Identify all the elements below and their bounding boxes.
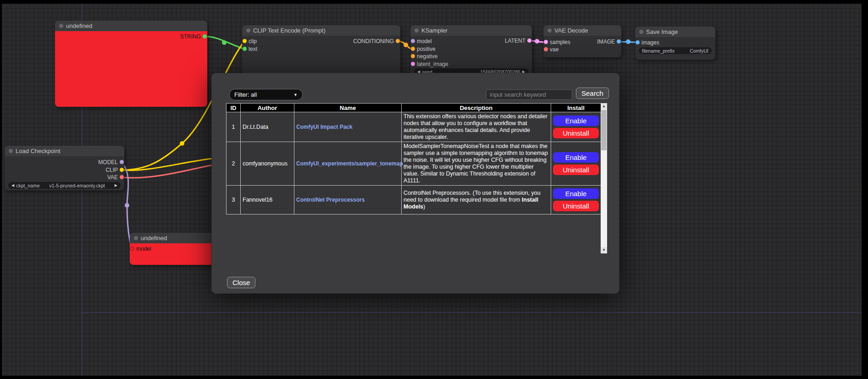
- scroll-up-icon[interactable]: ▲: [601, 103, 607, 110]
- widget-label: ckpt_name: [16, 183, 39, 188]
- filter-select[interactable]: Filter: all ▼: [229, 89, 303, 100]
- enable-button[interactable]: Enable: [553, 188, 599, 199]
- input-slot-text[interactable]: text: [242, 45, 400, 53]
- node-load-checkpoint[interactable]: Load Checkpoint MODEL CLIP VAE ◀ ckpt_na…: [5, 146, 124, 190]
- canvas-axis-horizontal: [82, 312, 862, 313]
- output-slot-image[interactable]: IMAGE: [543, 38, 621, 45]
- cell-id: 1: [227, 112, 241, 142]
- header-description: Description: [402, 104, 551, 112]
- collapse-dot-icon[interactable]: [9, 149, 13, 153]
- slot-label: images: [641, 39, 659, 46]
- widget-next-icon[interactable]: ▶: [115, 182, 117, 189]
- node-title-bar[interactable]: CLIP Text Encode (Prompt): [242, 25, 400, 36]
- negative-input-dot-icon[interactable]: [411, 54, 415, 58]
- extensions-table: ID Author Name Description Install 1 Dr.…: [226, 103, 601, 214]
- input-slot-vae[interactable]: vae: [543, 46, 621, 53]
- search-button[interactable]: Search: [576, 88, 609, 99]
- cell-author: Fannovel16: [241, 186, 294, 214]
- scrollbar-thumb[interactable]: [601, 110, 607, 150]
- slot-label: latent_image: [417, 61, 448, 67]
- input-slot-latent-image[interactable]: latent_image: [410, 60, 532, 68]
- slot-label: MODEL: [98, 159, 118, 165]
- input-slot-positive[interactable]: positive: [410, 45, 532, 53]
- node-title-bar[interactable]: KSampler: [410, 25, 532, 36]
- uninstall-button[interactable]: Uninstall: [553, 201, 599, 211]
- ckpt-name-widget[interactable]: ◀ ckpt_name v1-5-pruned-emaonly.ckpt ▶: [8, 182, 121, 189]
- close-button[interactable]: Close: [227, 277, 255, 288]
- collapse-dot-icon[interactable]: [639, 30, 643, 34]
- node-title-bar[interactable]: Save Image: [635, 27, 715, 37]
- enable-button[interactable]: Enable: [553, 115, 599, 126]
- header-id: ID: [227, 104, 241, 112]
- node-title-bar[interactable]: undefined: [55, 21, 207, 31]
- output-slot-clip[interactable]: CLIP: [5, 166, 124, 174]
- node-save-image[interactable]: Save Image images filename_prefix ComfyU…: [635, 27, 715, 60]
- slot-label: model: [136, 246, 151, 252]
- conditioning-output-dot-icon[interactable]: [396, 39, 400, 43]
- filter-select-value: Filter: all: [234, 91, 257, 98]
- images-input-dot-icon[interactable]: [636, 40, 640, 44]
- node-title: Load Checkpoint: [16, 148, 61, 154]
- latent-output-dot-icon[interactable]: [527, 38, 531, 43]
- collapse-dot-icon[interactable]: [134, 236, 138, 240]
- letterbox-top: [0, 0, 868, 4]
- table-row: 3 Fannovel16 ControlNet Preprocessors Co…: [227, 186, 601, 214]
- input-slot-negative[interactable]: negative: [410, 53, 532, 60]
- output-slot-string[interactable]: STRING: [55, 33, 207, 40]
- latent-image-input-dot-icon[interactable]: [411, 62, 415, 66]
- slot-label: CONDITIONING: [353, 38, 394, 44]
- node-undefined-top[interactable]: undefined STRING: [55, 21, 207, 107]
- header-install: Install: [551, 104, 601, 112]
- description-text: ControlNet Preprocessors. (To use this e…: [404, 190, 541, 203]
- node-title-bar[interactable]: Load Checkpoint: [5, 146, 124, 156]
- cell-id: 3: [227, 186, 241, 214]
- output-slot-model[interactable]: MODEL: [5, 159, 124, 166]
- table-scrollbar[interactable]: ▲ ▼: [601, 103, 607, 253]
- extension-link[interactable]: ComfyUI_experiments/sampler_tonemap: [296, 160, 403, 167]
- header-name: Name: [294, 104, 402, 112]
- node-vae-decode[interactable]: VAE Decode samples vae IMAGE: [543, 25, 621, 57]
- uninstall-button[interactable]: Uninstall: [553, 128, 599, 138]
- node-title-bar[interactable]: VAE Decode: [543, 25, 621, 36]
- comfyui-app: undefined STRING CLIP Text Encode (Promp…: [0, 0, 868, 379]
- output-slot-latent[interactable]: LATENT: [410, 37, 532, 44]
- node-body: images filename_prefix ComfyUI: [635, 37, 715, 60]
- slot-label: CLIP: [105, 167, 118, 173]
- widget-value: v1-5-pruned-emaonly.ckpt: [42, 183, 113, 188]
- output-slot-conditioning[interactable]: CONDITIONING: [242, 38, 400, 45]
- slot-label: VAE: [107, 174, 118, 181]
- collapse-dot-icon[interactable]: [59, 24, 63, 28]
- uninstall-button[interactable]: Uninstall: [553, 165, 599, 175]
- input-slot-images[interactable]: images: [635, 39, 715, 46]
- scroll-down-icon[interactable]: ▼: [601, 247, 607, 253]
- node-title: Save Image: [646, 28, 678, 35]
- vae-input-dot-icon[interactable]: [544, 47, 548, 51]
- collapse-dot-icon[interactable]: [246, 28, 250, 33]
- image-output-dot-icon[interactable]: [617, 39, 621, 44]
- string-output-dot-icon[interactable]: [203, 34, 207, 38]
- model-input-dot-icon[interactable]: [130, 247, 134, 251]
- search-input[interactable]: [486, 89, 572, 100]
- letterbox-bottom: [0, 376, 868, 379]
- output-slot-vae[interactable]: VAE: [5, 174, 124, 181]
- widget-prev-icon[interactable]: ◀: [11, 182, 14, 189]
- slot-label: negative: [417, 53, 437, 60]
- model-output-dot-icon[interactable]: [120, 160, 124, 164]
- cell-author: Dr.Lt.Data: [241, 112, 294, 142]
- table-row: 1 Dr.Lt.Data ComfyUI Impact Pack This ex…: [227, 112, 601, 142]
- extension-link[interactable]: ComfyUI Impact Pack: [296, 124, 353, 130]
- cell-description: ModelSamplerTonemapNoiseTest a node that…: [402, 142, 551, 186]
- cell-install: Enable Uninstall: [551, 142, 601, 186]
- positive-input-dot-icon[interactable]: [411, 47, 415, 51]
- vae-output-dot-icon[interactable]: [120, 175, 124, 179]
- collapse-dot-icon[interactable]: [547, 28, 552, 33]
- enable-button[interactable]: Enable: [553, 152, 599, 163]
- clip-output-dot-icon[interactable]: [120, 168, 124, 172]
- collapse-dot-icon[interactable]: [415, 28, 419, 33]
- filename-prefix-widget[interactable]: filename_prefix ComfyUI: [639, 47, 712, 54]
- table-row: 2 comfyanonymous ComfyUI_experiments/sam…: [227, 142, 601, 186]
- slot-label: LATENT: [505, 38, 525, 44]
- text-input-dot-icon[interactable]: [243, 47, 247, 51]
- extension-link[interactable]: ControlNet Preprocessors: [296, 197, 365, 203]
- node-title: undefined: [141, 235, 167, 242]
